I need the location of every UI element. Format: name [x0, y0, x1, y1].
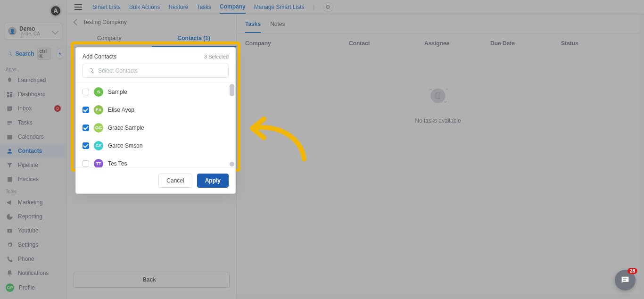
bell-icon	[6, 270, 13, 277]
menu-toggle[interactable]	[74, 4, 82, 10]
section-apps: Apps	[0, 64, 66, 73]
sidebar-item-label: Marketing	[18, 199, 43, 206]
brand-area: A	[0, 3, 66, 19]
calendar-icon	[6, 133, 13, 141]
contact-list[interactable]: SSampleEAElise AyopGGGrace SampleGSGarce…	[76, 83, 235, 167]
sidebar-item-label: Inbox	[18, 105, 32, 112]
sidebar-item-label: Phone	[18, 256, 34, 262]
scrollbar-thumb[interactable]	[230, 162, 234, 166]
col-due-date: Due Date	[490, 40, 561, 47]
account-avatar-icon: 👤	[8, 27, 17, 35]
tab-bulk-actions[interactable]: Bulk Actions	[129, 1, 160, 13]
search-icon	[8, 50, 12, 57]
sidebar-item-contacts[interactable]: Contacts	[0, 144, 66, 158]
pipeline-icon	[6, 162, 13, 169]
settings-button[interactable]: ⚙	[323, 2, 333, 12]
back-label: Back	[142, 276, 156, 283]
sidebar-item-phone[interactable]: Phone	[0, 252, 66, 266]
search-button[interactable]: Search ctrl K	[4, 45, 55, 62]
account-selector[interactable]: 👤 Demo Irvine, CA	[4, 23, 63, 40]
sidebar-item-youtube[interactable]: Youtube	[0, 224, 66, 238]
col-status: Status	[561, 40, 631, 47]
rtab-tasks[interactable]: Tasks	[245, 18, 261, 33]
subtab-company[interactable]: Company	[67, 30, 152, 47]
scrollbar-thumb[interactable]	[230, 84, 234, 96]
phone-icon	[6, 256, 13, 263]
sidebar-item-label: Reporting	[18, 213, 42, 220]
sidebar-item-label: Launchpad	[18, 77, 46, 83]
sidebar-item-tasks[interactable]: Tasks	[0, 116, 66, 130]
dashboard-icon	[6, 91, 13, 98]
nav-apps: Launchpad Dashboard Inbox0 Tasks Calenda…	[0, 73, 66, 186]
search-label: Search	[15, 50, 34, 57]
brand-logo: A	[50, 5, 62, 17]
contact-row[interactable]: SSample	[76, 83, 235, 101]
contact-row[interactable]: GSGarce Smson	[76, 137, 235, 155]
tab-manage-smart-lists[interactable]: Manage Smart Lists	[254, 1, 305, 13]
tab-tasks[interactable]: Tasks	[197, 1, 211, 13]
quick-action-button[interactable]	[57, 49, 63, 59]
sidebar-item-label: Profile	[19, 284, 35, 291]
nav-tools: Marketing Reporting Youtube Settings	[0, 195, 66, 252]
breadcrumb-text: Testing Company	[83, 19, 127, 25]
sidebar-item-dashboard[interactable]: Dashboard	[0, 87, 66, 101]
tab-company[interactable]: Company	[220, 0, 246, 14]
megaphone-icon	[6, 199, 13, 206]
company-subtabs: Company Contacts (1)	[67, 30, 236, 48]
right-pane: Tasks Notes Company Contact Assignee Due…	[237, 14, 639, 294]
search-row: Search ctrl K	[0, 43, 66, 64]
inbox-icon	[6, 105, 13, 112]
contact-search-input[interactable]	[98, 67, 223, 74]
cancel-button[interactable]: Cancel	[158, 174, 192, 188]
contact-avatar: S	[94, 87, 103, 97]
sidebar-item-settings[interactable]: Settings	[0, 238, 66, 252]
tab-smart-lists[interactable]: Smart Lists	[92, 1, 121, 13]
tab-restore[interactable]: Restore	[168, 1, 188, 13]
tasks-icon	[6, 119, 13, 126]
arrow-left-icon	[74, 19, 80, 25]
sidebar-item-launchpad[interactable]: Launchpad	[0, 73, 66, 87]
sidebar-item-profile[interactable]: GPProfile	[0, 280, 66, 295]
back-button[interactable]: Back	[74, 272, 230, 288]
bolt-icon	[57, 51, 63, 57]
contact-row[interactable]: TTTes Tes	[76, 155, 235, 167]
bookmark-empty-icon	[424, 82, 452, 110]
chevron-down-icon	[52, 28, 58, 34]
contact-row[interactable]: EAElise Ayop	[76, 101, 235, 119]
sidebar-item-label: Pipeline	[18, 162, 38, 168]
subtab-contacts[interactable]: Contacts (1)	[152, 30, 237, 47]
sidebar-item-label: Youtube	[18, 227, 39, 234]
chat-widget[interactable]: 28	[615, 270, 636, 291]
account-text: Demo Irvine, CA	[19, 26, 50, 36]
checkbox[interactable]	[83, 142, 89, 149]
contact-avatar: GG	[94, 123, 103, 133]
selected-count: 3 Selected	[204, 54, 229, 59]
contact-row[interactable]: GGGrace Sample	[76, 119, 235, 137]
shortcut-badge: ctrl K	[37, 48, 51, 60]
col-company: Company	[245, 40, 349, 47]
sidebar-item-calendars[interactable]: Calendars	[0, 130, 66, 144]
contact-name: Garce Smson	[108, 142, 142, 149]
rtab-notes[interactable]: Notes	[270, 18, 285, 33]
checkbox[interactable]	[83, 125, 89, 131]
sidebar-item-notifications[interactable]: Notifications	[0, 266, 66, 280]
rocket-icon	[6, 77, 13, 84]
sidebar-item-invoices[interactable]: Invoices	[0, 172, 66, 186]
contact-avatar: EA	[94, 105, 103, 115]
contact-name: Grace Sample	[108, 125, 144, 131]
modal-search[interactable]	[83, 64, 229, 78]
sidebar-item-reporting[interactable]: Reporting	[0, 209, 66, 224]
sidebar-item-label: Invoices	[18, 176, 39, 183]
breadcrumb[interactable]: Testing Company	[67, 14, 236, 30]
profile-avatar: GP	[6, 283, 14, 292]
sidebar-footer: Phone Notifications GPProfile	[0, 252, 66, 299]
reporting-icon	[6, 213, 13, 220]
checkbox[interactable]	[83, 107, 89, 113]
account-location: Irvine, CA	[19, 32, 50, 36]
checkbox[interactable]	[83, 89, 89, 95]
checkbox[interactable]	[83, 160, 89, 167]
sidebar-item-marketing[interactable]: Marketing	[0, 195, 66, 209]
sidebar-item-pipeline[interactable]: Pipeline	[0, 158, 66, 172]
apply-button[interactable]: Apply	[197, 174, 229, 188]
sidebar-item-inbox[interactable]: Inbox0	[0, 101, 66, 116]
